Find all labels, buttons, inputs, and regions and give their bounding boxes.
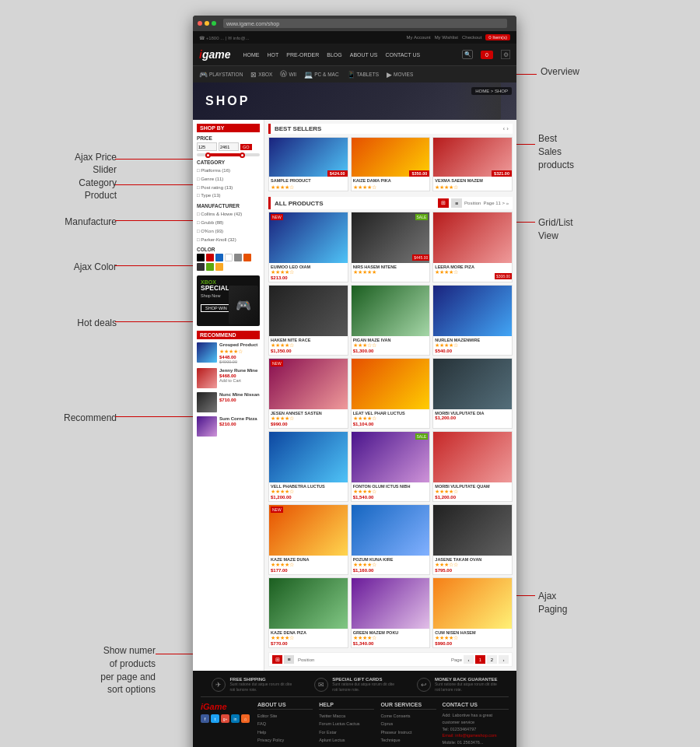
footer-link-ciprus[interactable]: Ciprus xyxy=(380,720,436,728)
nav-settings-icon[interactable]: ⚙ xyxy=(501,50,510,59)
price-min-input[interactable] xyxy=(197,142,217,151)
price-max-input[interactable] xyxy=(219,142,239,151)
product-card-10[interactable]: SALE FONTON OLUM ICTUS NIBH ★★★★☆ $1,540… xyxy=(351,431,431,502)
manufacturer-item[interactable]: □ Grubb (88) xyxy=(197,219,260,227)
hot-deals-cta-button[interactable]: SHOP WIN xyxy=(201,304,232,312)
product-card-11[interactable]: MORBI VULPUTATE QUAM ★★★★☆ $1,200.00 xyxy=(432,431,513,502)
catnav-tablets[interactable]: 📱 TABLETS xyxy=(347,71,379,79)
grid-view-button[interactable]: ⊞ xyxy=(438,198,449,208)
product-card-0[interactable]: NEW EUIMOO LEO OIAM ★★★★☆ $213.00 xyxy=(268,212,348,282)
category-item[interactable]: □ Platforms (16) xyxy=(197,167,260,175)
best-seller-card-2[interactable]: $321.00 VEXMA SAEEN MAZEM ★★★★☆ xyxy=(432,137,513,191)
catnav-pc[interactable]: 💻 PC & MAC xyxy=(304,71,338,79)
category-item[interactable]: □ Post rating (13) xyxy=(197,184,260,192)
nav-contact[interactable]: CONTACT US xyxy=(385,52,420,58)
recommend-item-2[interactable]: Nunc Mine Nissan $710.00 xyxy=(197,392,260,412)
slider-handle-left[interactable] xyxy=(205,153,211,158)
nav-cart-button[interactable]: 0 xyxy=(481,51,493,59)
catnav-xbox[interactable]: ⊠ XBOX xyxy=(250,71,272,79)
best-sellers-arrows[interactable]: ‹ › xyxy=(502,125,509,132)
product-card-3[interactable]: HAKEM NITE RACE ★★★★☆ $1,350.00 xyxy=(268,285,348,356)
color-swatch-black[interactable] xyxy=(197,254,205,261)
footer-link-faq[interactable]: FAQ xyxy=(257,720,313,728)
footer-link-privacy[interactable]: Privacy Policy xyxy=(257,736,313,744)
list-view-button[interactable]: ≡ xyxy=(451,198,462,208)
cart-badge[interactable]: 0 Item(s) xyxy=(485,34,510,40)
nav-search-icon[interactable]: 🔍 xyxy=(462,50,473,59)
product-card-9[interactable]: VELL PHABETRA LUCTUS ★★★★☆ $1,200.00 xyxy=(268,431,348,502)
page-prev[interactable]: ‹ xyxy=(464,655,474,664)
catnav-playstation[interactable]: 🎮 PLAYSTATION xyxy=(199,71,243,79)
slider-handle-right[interactable] xyxy=(240,153,245,158)
recommend-item-3[interactable]: Sum Corne Pizza $210.00 xyxy=(197,416,260,437)
footer-link-editor[interactable]: Editor Site xyxy=(257,712,313,720)
product-card-2[interactable]: $308.00 LEERA MORE PIZA ★★★★☆ xyxy=(432,212,513,282)
category-item[interactable]: □ Genre (11) xyxy=(197,175,260,184)
tablet-icon: 📱 xyxy=(347,71,355,79)
product-card-5[interactable]: NURLEN MAZENMIRE ★★★★☆ $540.00 xyxy=(432,285,513,356)
page-1[interactable]: 1 xyxy=(475,655,485,664)
product-card-12[interactable]: NEW KAZE MAZE DUNA ★★★★☆ $177.00 xyxy=(268,504,348,575)
nav-preorder[interactable]: PRE-ORDER xyxy=(286,52,319,58)
price-slider[interactable] xyxy=(197,153,260,156)
social-facebook[interactable]: f xyxy=(201,714,209,723)
color-swatch-darkgray[interactable] xyxy=(197,263,205,271)
price-go-button[interactable]: GO xyxy=(240,144,252,150)
catnav-wii[interactable]: Ⓦ WII xyxy=(280,69,296,79)
product-card-17[interactable]: CUM NISEN HASEM ★★★★☆ $990.00 xyxy=(432,577,513,648)
product-card-14[interactable]: JASENE TAKAM OVAN ★★★☆☆ $795.00 xyxy=(432,504,513,575)
product-card-8[interactable]: MORBI VULPUTATE DIA $1,200.00 xyxy=(432,358,513,429)
grid-view-btn-bottom[interactable]: ⊞ xyxy=(272,655,282,664)
best-seller-card-1[interactable]: $350.00 KAIZE DAMA PIKA ★★★★☆ xyxy=(351,137,431,191)
nav-hot[interactable]: HOT xyxy=(267,52,278,58)
social-linkedin[interactable]: in xyxy=(231,714,240,723)
site-logo[interactable]: igame xyxy=(199,48,230,61)
color-swatch-white[interactable] xyxy=(225,254,233,261)
footer-link-conserts[interactable]: Come Conserts xyxy=(380,712,436,720)
browser-url-bar[interactable]: www.igame.com/shop xyxy=(223,19,507,28)
color-swatch-blue[interactable] xyxy=(215,254,223,261)
color-swatch-green[interactable] xyxy=(206,263,214,271)
catnav-movies[interactable]: ▶ MOVIES xyxy=(387,71,413,79)
recommend-item-0[interactable]: Grouped Product ★★★★☆ $448.00 $4900.00 xyxy=(197,342,260,363)
social-twitter[interactable]: t xyxy=(211,714,219,723)
recommend-item-1[interactable]: Jenny Rune Mine $468.00 Add to Cart xyxy=(197,368,260,388)
social-rss[interactable]: ⌂ xyxy=(241,714,250,723)
color-swatch-yellow[interactable] xyxy=(215,263,223,271)
footer-link-aplunt[interactable]: Aplunt Lectus xyxy=(319,736,374,744)
footer-link-forum[interactable]: Forum Luctus Cactus xyxy=(319,720,374,728)
product-stars-17: ★★★★☆ xyxy=(435,635,510,641)
checkout-link[interactable]: Checkout xyxy=(462,35,481,40)
best-seller-card-0[interactable]: $424.00 SAMPLE PRODUCT ★★★★☆ xyxy=(268,137,348,191)
footer-link-estar[interactable]: For Estar xyxy=(319,728,374,736)
footer-link-technique[interactable]: Technique xyxy=(380,736,436,744)
footer-link-phaseur[interactable]: Phaseur Instruct xyxy=(380,728,436,736)
page-next[interactable]: › xyxy=(499,655,509,664)
social-google[interactable]: g+ xyxy=(221,714,229,723)
color-swatch-gray[interactable] xyxy=(234,254,242,261)
nav-blog[interactable]: BLOG xyxy=(327,52,341,58)
footer-link-help[interactable]: Help xyxy=(257,728,313,736)
footer-site-logo[interactable]: iGame xyxy=(201,702,251,711)
product-card-16[interactable]: GREEN MAZEM POKU ★★★★☆ $1,340.00 xyxy=(351,577,431,648)
list-view-btn-bottom[interactable]: ≡ xyxy=(284,655,294,664)
manufacturer-item[interactable]: □ Parker-Knoll (32) xyxy=(197,236,260,244)
product-card-6[interactable]: NEW JESEN ANNSET SASTEN ★★★★☆ $990.00 xyxy=(268,358,348,429)
manufacturer-item[interactable]: □ O'Kon (93) xyxy=(197,227,260,236)
nav-about[interactable]: ABOUT US xyxy=(350,52,378,58)
footer-link-twitter[interactable]: Twitter Macca xyxy=(319,712,374,720)
product-card-4[interactable]: PIGAN MAZE IVAN ★★★☆☆ $1,300.00 xyxy=(351,285,431,356)
product-card-7[interactable]: LEAT VEL PHAR LUCTUS ★★★★☆ $1,104.00 xyxy=(351,358,431,429)
page-2[interactable]: 2 xyxy=(487,655,497,664)
account-link[interactable]: My Account xyxy=(407,35,431,40)
product-card-15[interactable]: KAZE DENA PIZA ★★★★☆ $770.00 xyxy=(268,577,348,648)
footer-contact-email[interactable]: Email: info@igameshop.com xyxy=(443,732,509,739)
color-swatch-orange[interactable] xyxy=(243,254,251,261)
product-card-13[interactable]: POZUM KUNA KIRE ★★★★☆ $1,160.00 xyxy=(351,504,431,575)
wishlist-link[interactable]: My Wishlist xyxy=(435,35,458,40)
manufacturer-item[interactable]: □ Collins & Howe (42) xyxy=(197,210,260,219)
nav-home[interactable]: HOME xyxy=(243,52,259,58)
color-swatch-red[interactable] xyxy=(206,254,214,261)
product-card-1[interactable]: SALE $445.00 NIRS HASEM NITENE ★★★★★ xyxy=(351,212,431,282)
category-item[interactable]: □ Type (13) xyxy=(197,191,260,200)
